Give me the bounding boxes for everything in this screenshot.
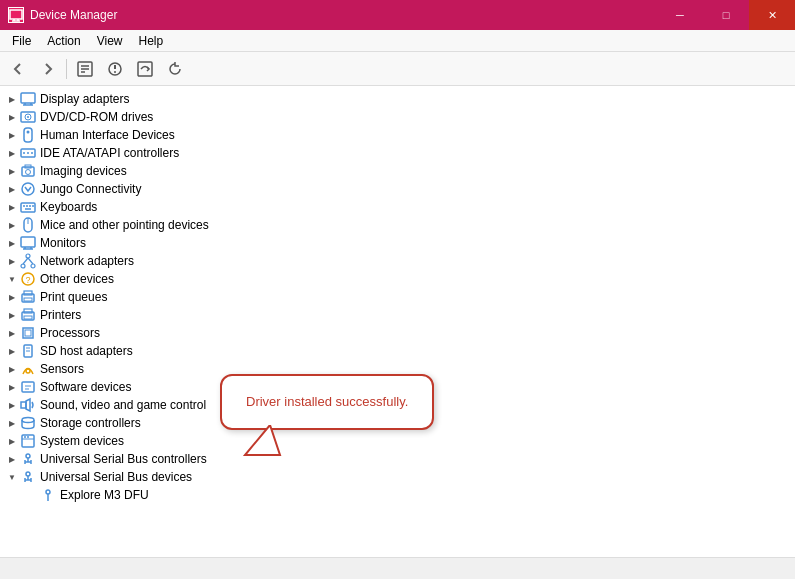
label-hid: Human Interface Devices: [40, 128, 175, 142]
svg-point-79: [46, 490, 50, 494]
label-printers: Printers: [40, 308, 81, 322]
icon-monitors: [20, 235, 36, 251]
tree-item-network[interactable]: Network adapters: [0, 252, 795, 270]
tree-panel[interactable]: Display adaptersDVD/CD-ROM drivesHuman I…: [0, 86, 795, 557]
label-mice: Mice and other pointing devices: [40, 218, 209, 232]
tree-item-mice[interactable]: Mice and other pointing devices: [0, 216, 795, 234]
expander-ide[interactable]: [4, 145, 20, 161]
svg-point-59: [26, 369, 30, 373]
expander-sound[interactable]: [4, 397, 20, 413]
tree-item-monitors[interactable]: Monitors: [0, 234, 795, 252]
svg-point-69: [26, 454, 30, 458]
icon-jungo: [20, 181, 36, 197]
expander-dvd[interactable]: [4, 109, 20, 125]
expander-print-queues[interactable]: [4, 289, 20, 305]
app-icon: [8, 7, 24, 23]
expander-monitors[interactable]: [4, 235, 20, 251]
tree-item-hid[interactable]: Human Interface Devices: [0, 126, 795, 144]
icon-imaging: [20, 163, 36, 179]
tree-item-ide[interactable]: IDE ATA/ATAPI controllers: [0, 144, 795, 162]
callout-message: Driver installed successfully.: [246, 394, 408, 409]
callout-tail: [230, 425, 290, 460]
svg-point-24: [31, 152, 33, 154]
expander-system-devices[interactable]: [4, 433, 20, 449]
menu-view[interactable]: View: [89, 32, 131, 50]
tree-item-processors[interactable]: Processors: [0, 324, 795, 342]
expander-other[interactable]: [4, 271, 20, 287]
icon-other: ?: [20, 271, 36, 287]
label-network: Network adapters: [40, 254, 134, 268]
tree-item-sd[interactable]: SD host adapters: [0, 342, 795, 360]
svg-point-41: [26, 254, 30, 258]
main-content: Display adaptersDVD/CD-ROM drivesHuman I…: [0, 86, 795, 557]
callout-box: Driver installed successfully.: [220, 374, 434, 430]
label-print-queues: Print queues: [40, 290, 107, 304]
label-keyboards: Keyboards: [40, 200, 97, 214]
close-button[interactable]: ✕: [749, 0, 795, 30]
expander-keyboards[interactable]: [4, 199, 20, 215]
svg-point-10: [114, 71, 116, 73]
expander-storage[interactable]: [4, 415, 20, 431]
tree-item-imaging[interactable]: Imaging devices: [0, 162, 795, 180]
label-other: Other devices: [40, 272, 114, 286]
tree-item-print-queues[interactable]: Print queues: [0, 288, 795, 306]
svg-point-23: [27, 152, 29, 154]
expander-sd[interactable]: [4, 343, 20, 359]
svg-point-28: [22, 183, 34, 195]
label-system-devices: System devices: [40, 434, 124, 448]
toolbar-refresh[interactable]: [161, 56, 189, 82]
status-bar: [0, 557, 795, 579]
svg-point-27: [26, 170, 31, 175]
tree-item-system-devices[interactable]: System devices: [0, 432, 795, 450]
maximize-button[interactable]: □: [703, 0, 749, 30]
svg-rect-29: [21, 203, 35, 212]
expander-hid[interactable]: [4, 127, 20, 143]
expander-imaging[interactable]: [4, 163, 20, 179]
expander-network[interactable]: [4, 253, 20, 269]
tree-item-keyboards[interactable]: Keyboards: [0, 198, 795, 216]
label-jungo: Jungo Connectivity: [40, 182, 141, 196]
svg-point-43: [31, 264, 35, 268]
tree-item-other[interactable]: ?Other devices: [0, 270, 795, 288]
tree-item-display[interactable]: Display adapters: [0, 90, 795, 108]
expander-display[interactable]: [4, 91, 20, 107]
svg-point-67: [24, 436, 26, 438]
tree-item-usb-controllers[interactable]: Universal Serial Bus controllers: [0, 450, 795, 468]
icon-sound: [20, 397, 36, 413]
menu-help[interactable]: Help: [131, 32, 172, 50]
menu-file[interactable]: File: [4, 32, 39, 50]
toolbar-update-driver[interactable]: [101, 56, 129, 82]
expander-processors[interactable]: [4, 325, 20, 341]
expander-mice[interactable]: [4, 217, 20, 233]
tree-item-explore-m3[interactable]: Explore M3 DFU: [0, 486, 795, 504]
label-usb-devices: Universal Serial Bus devices: [40, 470, 192, 484]
expander-usb-controllers[interactable]: [4, 451, 20, 467]
svg-point-42: [21, 264, 25, 268]
expander-usb-devices[interactable]: [4, 469, 20, 485]
svg-point-64: [22, 418, 34, 423]
tree-item-jungo[interactable]: Jungo Connectivity: [0, 180, 795, 198]
tree-item-printers[interactable]: Printers: [0, 306, 795, 324]
icon-storage: [20, 415, 36, 431]
menu-action[interactable]: Action: [39, 32, 88, 50]
toolbar-forward[interactable]: [34, 56, 62, 82]
expander-software-devices[interactable]: [4, 379, 20, 395]
toolbar-properties[interactable]: [71, 56, 99, 82]
icon-sd: [20, 343, 36, 359]
label-display: Display adapters: [40, 92, 129, 106]
tree-item-usb-devices[interactable]: Universal Serial Bus devices: [0, 468, 795, 486]
expander-jungo[interactable]: [4, 181, 20, 197]
svg-rect-55: [25, 330, 31, 336]
toolbar-back[interactable]: [4, 56, 32, 82]
label-processors: Processors: [40, 326, 100, 340]
minimize-button[interactable]: ─: [657, 0, 703, 30]
expander-printers[interactable]: [4, 307, 20, 323]
icon-dvd: [20, 109, 36, 125]
label-storage: Storage controllers: [40, 416, 141, 430]
icon-explore-m3: [40, 487, 56, 503]
expander-sensors[interactable]: [4, 361, 20, 377]
toolbar-scan[interactable]: [131, 56, 159, 82]
icon-network: [20, 253, 36, 269]
svg-line-44: [23, 258, 28, 264]
tree-item-dvd[interactable]: DVD/CD-ROM drives: [0, 108, 795, 126]
